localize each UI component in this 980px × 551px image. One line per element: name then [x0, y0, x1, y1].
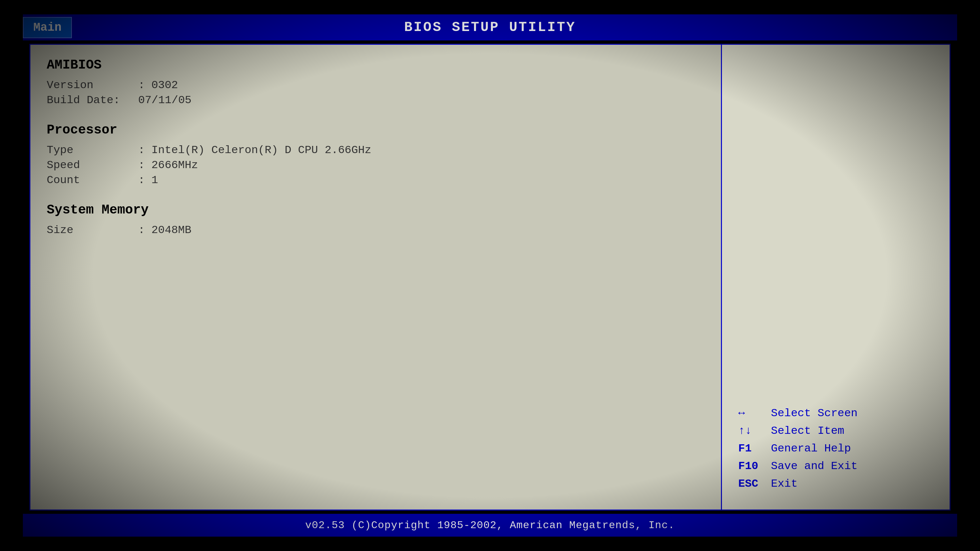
select-screen-desc: Select Screen [771, 407, 858, 419]
processor-speed-row: Speed : 2666MHz [47, 159, 705, 171]
esc-desc: Exit [771, 478, 798, 490]
f10-desc: Save and Exit [771, 460, 858, 472]
memory-size-value: 2048MB [151, 224, 191, 236]
f1-desc: General Help [771, 442, 851, 455]
processor-count-label: Count [47, 174, 138, 186]
f10-key: F10 [738, 460, 764, 472]
content-wrapper: AMIBIOS Version : 0302 Build Date: 07/11… [29, 44, 951, 511]
processor-count-value: 1 [151, 174, 158, 186]
processor-speed-label: Speed [47, 159, 138, 171]
build-date-value: 07/11/05 [138, 94, 191, 106]
bios-title: BIOS SETUP UTILITY [404, 20, 576, 35]
processor-count-row: Count : 1 [47, 174, 705, 186]
build-date-label: Build Date: [47, 94, 138, 106]
processor-type-value: Intel(R) Celeron(R) D CPU 2.66GHz [151, 144, 371, 156]
help-section: ↔ Select Screen ↑↓ Select Item F1 Genera… [738, 407, 933, 490]
left-panel: AMIBIOS Version : 0302 Build Date: 07/11… [30, 45, 721, 510]
help-select-screen: ↔ Select Screen [738, 407, 933, 419]
version-colon: : [138, 79, 145, 91]
help-esc: ESC Exit [738, 478, 933, 490]
help-f10: F10 Save and Exit [738, 460, 933, 472]
arrow-lr-key: ↔ [738, 407, 764, 419]
main-content: AMIBIOS Version : 0302 Build Date: 07/11… [23, 40, 957, 514]
build-date-row: Build Date: 07/11/05 [47, 94, 705, 106]
footer-bar: v02.53 (C)Copyright 1985-2002, American … [23, 514, 957, 537]
select-item-desc: Select Item [771, 425, 844, 437]
memory-size-colon: : [138, 224, 145, 236]
processor-title: Processor [47, 123, 705, 137]
f1-key: F1 [738, 442, 764, 455]
processor-speed-colon: : [138, 159, 145, 171]
version-label: Version [47, 79, 138, 91]
right-panel: ↔ Select Screen ↑↓ Select Item F1 Genera… [721, 45, 950, 510]
memory-size-row: Size : 2048MB [47, 224, 705, 236]
version-row: Version : 0302 [47, 79, 705, 91]
esc-key: ESC [738, 478, 764, 490]
processor-speed-value: 2666MHz [151, 159, 198, 171]
help-f1: F1 General Help [738, 442, 933, 455]
memory-size-label: Size [47, 224, 138, 236]
help-select-item: ↑↓ Select Item [738, 425, 933, 437]
processor-type-label: Type [47, 144, 138, 156]
memory-title: System Memory [47, 203, 705, 218]
amibios-title: AMIBIOS [47, 58, 705, 73]
processor-count-colon: : [138, 174, 145, 186]
version-value: 0302 [151, 79, 178, 91]
main-tab[interactable]: Main [23, 17, 72, 38]
top-bar: Main BIOS SETUP UTILITY [23, 14, 957, 40]
footer-text: v02.53 (C)Copyright 1985-2002, American … [305, 519, 675, 531]
processor-type-colon: : [138, 144, 145, 156]
arrow-ud-key: ↑↓ [738, 425, 764, 437]
processor-type-row: Type : Intel(R) Celeron(R) D CPU 2.66GHz [47, 144, 705, 156]
